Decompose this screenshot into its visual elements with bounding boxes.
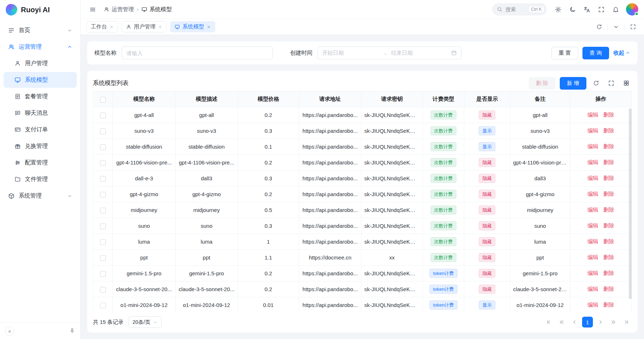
close-icon[interactable] (207, 25, 211, 29)
page-size-select[interactable]: 20条/页 (129, 316, 162, 328)
settings-button[interactable] (552, 3, 564, 15)
row-checkbox[interactable] (100, 255, 106, 261)
delete-link[interactable]: 删除 (603, 159, 614, 165)
app-logo[interactable]: Ruoyi AI (0, 0, 80, 19)
first-page-button[interactable] (543, 317, 554, 327)
next-group-button[interactable] (608, 317, 619, 327)
edit-link[interactable]: 编辑 (587, 191, 598, 197)
sidebar-menu-item[interactable]: 系统管理 (4, 188, 77, 204)
cell-model-price: 0.2 (238, 155, 299, 171)
edit-link[interactable]: 编辑 (587, 159, 598, 165)
edit-link[interactable]: 编辑 (587, 175, 598, 181)
tab[interactable]: 系统模型 (170, 21, 215, 32)
close-icon[interactable] (109, 25, 114, 29)
row-checkbox[interactable] (100, 160, 106, 166)
start-date-placeholder[interactable]: 开始日期 (322, 50, 379, 56)
tab[interactable]: 工作台 (86, 21, 118, 32)
tab[interactable]: 用户管理 (122, 21, 167, 32)
edit-link[interactable]: 编辑 (587, 286, 598, 292)
sidebar-menu-item[interactable]: 首页 (4, 22, 77, 38)
delete-link[interactable]: 删除 (603, 270, 614, 276)
add-button[interactable]: 新 增 (560, 77, 586, 90)
row-checkbox[interactable] (100, 303, 106, 308)
row-checkbox[interactable] (100, 223, 106, 229)
edit-link[interactable]: 编辑 (587, 112, 598, 118)
language-button[interactable] (581, 3, 593, 15)
collapse-filter-link[interactable]: 收起 (613, 50, 630, 56)
sidebar-submenu-item[interactable]: 兑换管理 (4, 138, 77, 154)
row-checkbox[interactable] (100, 192, 106, 198)
sidebar-submenu-item[interactable]: 套餐管理 (4, 89, 77, 104)
select-all-checkbox[interactable] (100, 97, 106, 103)
menu-item-icon (8, 193, 15, 199)
vertical-scrollbar[interactable] (629, 108, 632, 299)
breadcrumb-item[interactable]: 运营管理 (104, 6, 134, 13)
row-checkbox[interactable] (100, 271, 106, 277)
billing-type-tag: 次数计费 (431, 205, 456, 215)
edit-link[interactable]: 编辑 (587, 238, 598, 244)
edit-link[interactable]: 编辑 (587, 254, 598, 260)
edit-link[interactable]: 编辑 (587, 143, 598, 149)
delete-link[interactable]: 删除 (603, 175, 614, 181)
user-avatar[interactable] (626, 3, 638, 15)
row-checkbox[interactable] (100, 176, 106, 182)
query-button[interactable]: 查 询 (582, 47, 609, 59)
delete-link[interactable]: 删除 (603, 207, 614, 213)
next-page-button[interactable] (595, 317, 606, 327)
content-fullscreen-button[interactable] (627, 22, 638, 32)
sidebar-submenu-item[interactable]: 支付订单 (4, 122, 77, 137)
close-icon[interactable] (158, 25, 162, 29)
delete-link[interactable]: 删除 (603, 302, 614, 308)
row-checkbox[interactable] (100, 208, 106, 213)
table-fullscreen-button[interactable] (606, 78, 617, 89)
cell-request-url: https://api.pandarobo... (299, 281, 361, 297)
sidebar-submenu-item[interactable]: 用户管理 (4, 55, 77, 71)
tab-refresh-button[interactable] (594, 22, 604, 32)
sidebar-menu-item[interactable]: 运营管理 (4, 39, 77, 55)
sidebar-submenu-item[interactable]: 聊天消息 (4, 105, 77, 121)
sidebar-submenu-item[interactable]: 系统模型 (4, 72, 77, 88)
table-refresh-button[interactable] (591, 78, 602, 89)
edit-link[interactable]: 编辑 (587, 207, 598, 213)
date-range-picker[interactable]: 开始日期 → 结束日期 (318, 46, 461, 59)
dark-mode-button[interactable] (566, 3, 578, 15)
row-checkbox[interactable] (100, 239, 106, 245)
row-checkbox[interactable] (100, 287, 106, 293)
delete-link[interactable]: 删除 (603, 238, 614, 244)
fullscreen-button[interactable] (595, 3, 607, 15)
cell-model-name: gpt-4-all (113, 107, 176, 123)
delete-link[interactable]: 删除 (603, 191, 614, 197)
row-checkbox[interactable] (100, 144, 106, 150)
edit-link[interactable]: 编辑 (587, 302, 598, 308)
delete-link[interactable]: 删除 (603, 222, 614, 229)
page-number-button[interactable]: 1 (582, 317, 593, 327)
edit-link[interactable]: 编辑 (587, 127, 598, 134)
delete-link[interactable]: 删除 (603, 254, 614, 260)
delete-link[interactable]: 删除 (603, 127, 614, 134)
delete-link[interactable]: 删除 (603, 286, 614, 292)
prev-group-button[interactable] (556, 317, 567, 327)
last-page-button[interactable] (621, 317, 632, 327)
breadcrumb-item[interactable]: 系统模型 (141, 6, 172, 13)
delete-button[interactable]: 删 除 (529, 77, 555, 90)
sidebar-submenu-item[interactable]: 文件管理 (4, 171, 77, 187)
edit-link[interactable]: 编辑 (587, 222, 598, 229)
pin-icon[interactable] (69, 328, 75, 334)
cell-actions: 编辑删除 (570, 218, 632, 234)
delete-link[interactable]: 删除 (603, 143, 614, 149)
row-checkbox[interactable] (100, 128, 106, 134)
edit-link[interactable]: 编辑 (587, 270, 598, 276)
sidebar-submenu-item[interactable]: 配置管理 (4, 155, 77, 171)
model-name-input[interactable] (122, 46, 273, 59)
sidebar-collapse-button[interactable]: « (5, 326, 14, 336)
notifications-button[interactable] (609, 3, 622, 15)
column-settings-button[interactable] (621, 78, 632, 89)
tab-menu-button[interactable] (611, 22, 621, 32)
row-checkbox[interactable] (100, 113, 106, 118)
prev-page-button[interactable] (569, 317, 580, 327)
reset-button[interactable]: 重 置 (551, 47, 578, 59)
delete-link[interactable]: 删除 (603, 112, 614, 118)
hamburger-button[interactable] (86, 3, 99, 15)
end-date-placeholder[interactable]: 结束日期 (391, 50, 448, 56)
global-search[interactable]: 搜索 Ctrl K (492, 3, 547, 15)
